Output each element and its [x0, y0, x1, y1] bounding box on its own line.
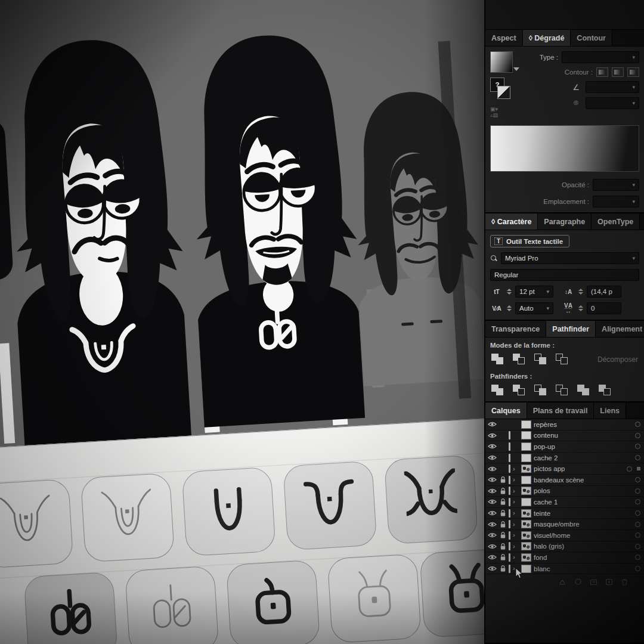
- lock-icon[interactable]: [499, 488, 506, 494]
- stroke-gradient-along-button[interactable]: [612, 67, 624, 77]
- layer-thumbnail[interactable]: [521, 454, 531, 462]
- layer-thumbnail[interactable]: [521, 431, 531, 439]
- layer-name[interactable]: halo (gris): [534, 543, 564, 550]
- layer-row-pictos-app[interactable]: ›pictos app: [485, 463, 644, 475]
- font-size-field[interactable]: 12 pt ▾: [515, 286, 553, 298]
- layer-row-fond[interactable]: ›fond: [485, 552, 644, 564]
- layer-thumbnail[interactable]: [521, 498, 531, 506]
- icon-tile-u-power-bold[interactable]: [182, 467, 276, 557]
- icon-tile-tv-outline[interactable]: [327, 553, 422, 643]
- stroke-gradient-across-button[interactable]: [627, 67, 639, 77]
- tab-plans-de-travail[interactable]: Plans de travail: [527, 402, 595, 419]
- divide-icon[interactable]: [491, 385, 504, 397]
- layer-thumbnail[interactable]: [521, 476, 531, 484]
- target-icon[interactable]: [635, 499, 640, 504]
- layer-name[interactable]: bandeaux scène: [534, 476, 584, 484]
- target-icon[interactable]: [635, 433, 640, 438]
- collect-for-export-icon[interactable]: [559, 578, 566, 586]
- layer-thumbnail[interactable]: [521, 553, 531, 562]
- target-icon[interactable]: [635, 555, 640, 560]
- icon-tile-db-bold[interactable]: [24, 572, 118, 644]
- layer-name[interactable]: contenu: [534, 432, 558, 439]
- unite-icon[interactable]: [491, 354, 504, 366]
- target-icon[interactable]: [635, 532, 640, 538]
- gradient-swatch[interactable]: [490, 51, 513, 73]
- layer-row-cache-2[interactable]: cache 2: [485, 453, 644, 464]
- tab-contour[interactable]: Contour: [571, 30, 612, 46]
- layer-name[interactable]: pop-up: [534, 443, 555, 450]
- delete-layer-icon[interactable]: [621, 578, 628, 586]
- expand-chevron-icon[interactable]: ›: [513, 521, 519, 528]
- layer-name[interactable]: cache 1: [534, 499, 558, 506]
- make-mask-icon[interactable]: [574, 578, 582, 586]
- layer-thumbnail[interactable]: [521, 442, 531, 451]
- stroke-gradient-within-button[interactable]: [596, 67, 608, 77]
- eye-icon[interactable]: [488, 554, 497, 561]
- layer-name[interactable]: teinte: [534, 510, 550, 517]
- icon-tile-tv-bold[interactable]: [226, 560, 320, 644]
- new-layer-icon[interactable]: [605, 578, 613, 586]
- layer-thumbnail[interactable]: [521, 509, 531, 518]
- layer-name[interactable]: masque/ombre: [534, 521, 580, 528]
- layer-row-polos[interactable]: ›polos: [485, 486, 644, 497]
- eye-icon[interactable]: [488, 543, 497, 550]
- tab-aspect[interactable]: Aspect: [485, 30, 523, 46]
- layer-row-halo-gris-[interactable]: ›halo (gris): [485, 541, 644, 553]
- layer-thumbnail[interactable]: [521, 465, 531, 473]
- minus-front-icon[interactable]: [513, 354, 526, 366]
- eye-icon[interactable]: [488, 521, 497, 528]
- layer-thumbnail[interactable]: [521, 420, 531, 429]
- gradient-opacity-field[interactable]: ▾: [593, 179, 639, 191]
- gradient-annotator-icons[interactable]: ▣▾▵▤: [490, 106, 498, 118]
- document-canvas[interactable]: [0, 0, 484, 644]
- gradient-angle-field[interactable]: ▾: [586, 81, 639, 93]
- fill-proxy-unknown[interactable]: ?: [490, 78, 510, 101]
- character-center[interactable]: [176, 11, 370, 438]
- layer-thumbnail[interactable]: [521, 542, 531, 550]
- layer-row-blanc[interactable]: ›blanc: [485, 564, 644, 575]
- target-icon[interactable]: [635, 455, 640, 460]
- icon-tile-u-horns-partial[interactable]: [0, 479, 73, 569]
- kerning-field[interactable]: Auto ▾: [515, 302, 553, 314]
- expand-chevron-icon[interactable]: ›: [513, 488, 519, 494]
- layer-row-rep-res[interactable]: repères: [485, 419, 644, 431]
- target-icon[interactable]: [635, 566, 640, 571]
- target-icon[interactable]: [635, 477, 640, 482]
- target-icon[interactable]: [635, 544, 640, 549]
- target-icon[interactable]: [627, 466, 632, 472]
- layer-row-visuel-home[interactable]: ›visuel/home: [485, 530, 644, 541]
- trim-icon[interactable]: [513, 385, 526, 397]
- layer-row-bandeaux-sc-ne[interactable]: ›bandeaux scène: [485, 475, 644, 486]
- leading-field[interactable]: (14,4 p: [587, 286, 621, 298]
- gradient-aspect-field[interactable]: ▾: [586, 97, 639, 109]
- tab-opentype[interactable]: OpenType: [592, 213, 640, 230]
- tab--caract-re[interactable]: ◊ Caractère: [485, 213, 538, 230]
- merge-icon[interactable]: [534, 385, 547, 397]
- layer-row-teinte[interactable]: ›teinte: [485, 508, 644, 519]
- icon-tile-db-outline[interactable]: [125, 566, 219, 644]
- font-size-stepper[interactable]: [507, 289, 512, 295]
- leading-stepper[interactable]: [578, 289, 583, 295]
- target-icon[interactable]: [635, 522, 640, 527]
- chevron-down-icon[interactable]: [513, 67, 519, 71]
- target-icon[interactable]: [635, 488, 640, 494]
- expand-chevron-icon[interactable]: ›: [513, 476, 519, 483]
- layer-name[interactable]: fond: [534, 554, 547, 561]
- layer-name[interactable]: pictos app: [534, 465, 565, 472]
- tab-calques[interactable]: Calques: [485, 402, 527, 419]
- font-family-select[interactable]: Myriad Pro ▾: [501, 252, 639, 264]
- expand-chevron-icon[interactable]: ›: [513, 554, 519, 561]
- layer-name[interactable]: blanc: [534, 565, 550, 572]
- layer-row-masque-ombre[interactable]: ›masque/ombre: [485, 519, 644, 530]
- tracking-field[interactable]: 0: [587, 302, 621, 314]
- eye-icon[interactable]: [488, 510, 497, 516]
- target-icon[interactable]: [635, 510, 640, 516]
- tab-paragraphe[interactable]: Paragraphe: [538, 213, 592, 230]
- eye-icon[interactable]: [488, 565, 497, 572]
- minus-back-icon[interactable]: [599, 385, 612, 397]
- eye-icon[interactable]: [488, 532, 497, 538]
- lock-icon[interactable]: [499, 565, 506, 572]
- expand-chevron-icon[interactable]: ›: [513, 532, 519, 538]
- layer-name[interactable]: repères: [534, 421, 557, 428]
- layer-row-pop-up[interactable]: pop-up: [485, 441, 644, 453]
